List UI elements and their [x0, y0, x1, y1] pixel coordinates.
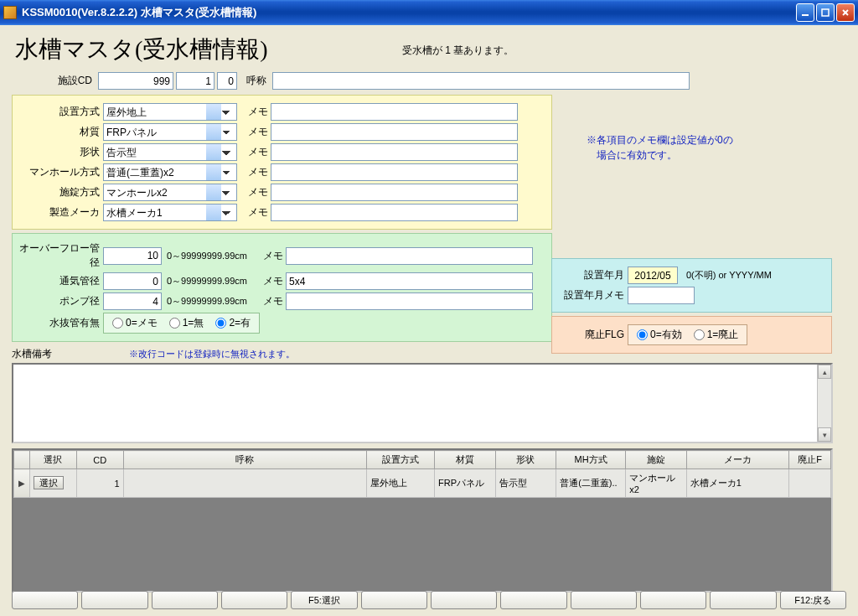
green-input-1[interactable]: [103, 272, 162, 290]
abolish-radio-0[interactable]: 0=有効: [637, 328, 682, 342]
green-memo-label-1: メモ: [261, 274, 286, 288]
yellow-memo-input-5[interactable]: [271, 204, 518, 221]
green-memo-input-0[interactable]: [286, 247, 533, 265]
yellow-label-1: 材質: [19, 125, 103, 139]
facility-sub2-input[interactable]: [217, 72, 237, 90]
function-key-bar: F5:選択F12:戻る: [12, 591, 846, 609]
grid-col-5[interactable]: 形状: [495, 451, 556, 469]
facility-sub1-input[interactable]: [176, 72, 214, 90]
install-ym-label: 設置年月: [559, 268, 628, 282]
yellow-memo-input-3[interactable]: [271, 163, 518, 181]
fkey-8[interactable]: [500, 591, 566, 609]
table-row[interactable]: ▶選択1屋外地上FRPパネル告示型普通(二重蓋)..マンホールx2水槽メーカ1: [14, 469, 831, 498]
fkey-11[interactable]: [710, 591, 776, 609]
drain-radio-2[interactable]: 2=有: [215, 316, 251, 330]
yellow-label-0: 設置方式: [19, 105, 103, 119]
header-row: 施設CD 呼称: [12, 72, 846, 90]
titlebar: KSSM0010(Ver.8.2.2.2) 水槽マスタ(受水槽情報): [0, 0, 858, 25]
fkey-12[interactable]: F12:戻る: [780, 591, 846, 609]
yellow-select-1[interactable]: FRPパネル: [103, 123, 237, 141]
green-memo-label-2: メモ: [261, 294, 286, 308]
yellow-memo-label-3: メモ: [246, 165, 271, 179]
green-range-1: 0～99999999.99cm: [167, 275, 247, 287]
grid-col-3[interactable]: 設置方式: [367, 451, 435, 469]
drain-radio-1[interactable]: 1=無: [169, 316, 204, 330]
status-message: 受水槽が 1 基あります。: [402, 44, 514, 58]
yellow-memo-label-4: メモ: [246, 185, 271, 199]
fkey-9[interactable]: [571, 591, 637, 609]
fkey-5[interactable]: F5:選択: [291, 591, 357, 609]
yellow-memo-input-0[interactable]: [271, 103, 518, 121]
yellow-label-3: マンホール方式: [19, 165, 103, 179]
app-icon: [3, 6, 17, 19]
abolish-radio-1[interactable]: 1=廃止: [694, 328, 739, 342]
fkey-4[interactable]: [221, 591, 287, 609]
abolish-label: 廃止FLG: [559, 328, 628, 342]
grid-col-8[interactable]: メーカ: [686, 451, 788, 469]
remarks-textarea[interactable]: ▴ ▾: [12, 363, 833, 443]
drain-label: 水抜管有無: [19, 316, 103, 330]
scroll-up-icon[interactable]: ▴: [818, 365, 831, 379]
yellow-select-2[interactable]: 告示型: [103, 143, 237, 161]
green-label-1: 通気管径: [19, 274, 103, 288]
green-label-0: オーバーフロー管径: [19, 241, 103, 270]
green-range-0: 0～99999999.99cm: [167, 250, 247, 262]
remarks-note: ※改行コードは登録時に無視されます。: [129, 348, 295, 360]
row-select-button[interactable]: 選択: [34, 476, 64, 489]
yellow-memo-label-1: メモ: [246, 125, 271, 139]
green-label-2: ポンプ径: [19, 294, 103, 308]
yellow-memo-label-0: メモ: [246, 105, 271, 119]
grid-col-7[interactable]: 施錠: [626, 451, 687, 469]
green-memo-input-2[interactable]: [286, 292, 533, 310]
fkey-3[interactable]: [152, 591, 218, 609]
yellow-label-2: 形状: [19, 145, 103, 159]
yellow-memo-label-2: メモ: [246, 145, 271, 159]
cyan-panel: 設置年月 0(不明) or YYYY/MM 設置年月メモ: [551, 258, 832, 313]
fkey-6[interactable]: [361, 591, 427, 609]
grid-col-4[interactable]: 材質: [434, 451, 495, 469]
fkey-7[interactable]: [431, 591, 497, 609]
name-input[interactable]: [272, 72, 690, 90]
yellow-select-0[interactable]: 屋外地上: [103, 103, 237, 121]
facility-cd-input[interactable]: [98, 72, 173, 90]
svg-rect-0: [802, 14, 809, 16]
install-memo-label: 設置年月メモ: [559, 288, 628, 303]
green-input-0[interactable]: [103, 247, 162, 265]
facility-cd-label: 施設CD: [12, 74, 96, 88]
green-input-2[interactable]: [103, 292, 162, 310]
yellow-select-5[interactable]: 水槽メーカ1: [103, 204, 237, 221]
data-grid[interactable]: 選択CD呼称設置方式材質形状MH方式施錠メーカ廃止F▶選択1屋外地上FRPパネル…: [12, 448, 833, 593]
yellow-memo-input-1[interactable]: [271, 123, 518, 141]
orange-panel: 廃止FLG 0=有効 1=廃止: [551, 316, 832, 354]
green-range-2: 0～99999999.99cm: [167, 295, 247, 308]
install-ym-input[interactable]: [628, 267, 678, 284]
grid-col-2[interactable]: 呼称: [123, 451, 366, 469]
fkey-2[interactable]: [81, 591, 147, 609]
yellow-select-3[interactable]: 普通(二重蓋)x2: [103, 163, 237, 181]
grid-col-9[interactable]: 廃止F: [789, 451, 831, 469]
green-memo-label-0: メモ: [261, 249, 286, 263]
install-ym-hint: 0(不明) or YYYY/MM: [686, 269, 772, 282]
fkey-10[interactable]: [640, 591, 706, 609]
grid-col-0[interactable]: 選択: [29, 451, 76, 469]
drain-radio-0[interactable]: 0=メモ: [112, 316, 158, 330]
yellow-memo-input-2[interactable]: [271, 143, 518, 161]
window-title: KSSM0010(Ver.8.2.2.2) 水槽マスタ(受水槽情報): [22, 5, 796, 20]
grid-col-1[interactable]: CD: [76, 451, 123, 469]
fkey-1[interactable]: [12, 591, 78, 609]
yellow-panel: 設置方式屋外地上メモ材質FRPパネルメモ形状告示型メモマンホール方式普通(二重蓋…: [12, 95, 552, 230]
close-button[interactable]: [836, 3, 855, 22]
remarks-label: 水槽備考: [12, 347, 62, 361]
install-memo-input[interactable]: [628, 287, 695, 304]
minimize-button[interactable]: [796, 3, 814, 22]
svg-rect-1: [822, 9, 829, 16]
yellow-select-4[interactable]: マンホールx2: [103, 184, 237, 201]
maximize-button[interactable]: [816, 3, 835, 22]
scrollbar-stub[interactable]: ▴ ▾: [817, 365, 831, 442]
yellow-memo-input-4[interactable]: [271, 184, 518, 201]
green-panel: オーバーフロー管径0～99999999.99cmメモ通気管径0～99999999…: [12, 233, 552, 342]
row-marker: ▶: [14, 469, 30, 498]
grid-col-6[interactable]: MH方式: [556, 451, 626, 469]
green-memo-input-1[interactable]: [286, 272, 533, 290]
scroll-down-icon[interactable]: ▾: [818, 427, 831, 442]
